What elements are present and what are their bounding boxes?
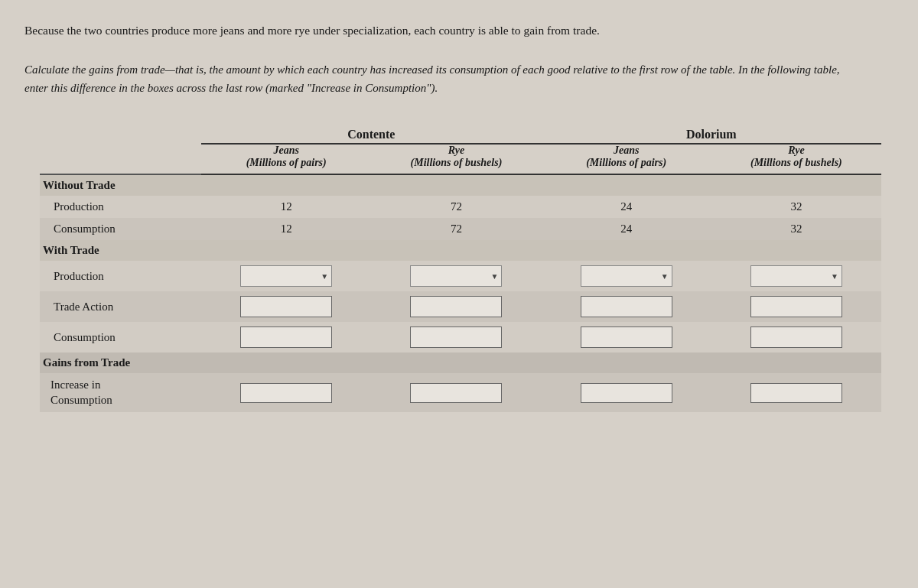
- increase-in-consumption-label: Increase in Consumption: [40, 373, 201, 412]
- contente-wt-cons-jeans-input[interactable]: [240, 326, 332, 348]
- contente-prod-jeans: 12: [201, 196, 371, 218]
- contente-inc-jeans-input[interactable]: [240, 383, 332, 403]
- dolorium-inc-rye-cell: [711, 373, 881, 412]
- dolorium-rye-header: Rye (Millions of bushels): [711, 144, 881, 174]
- dolorium-wt-cons-jeans-input[interactable]: [581, 326, 672, 348]
- intro-paragraph: Because the two countries produce more j…: [24, 21, 866, 39]
- increase-in-consumption-row: Increase in Consumption: [40, 373, 881, 412]
- contente-inc-jeans-cell: [201, 373, 371, 412]
- consumption-row: Consumption 12 72 24 32: [40, 218, 881, 240]
- dolorium-cons-jeans: 24: [542, 218, 711, 240]
- contente-wt-prod-rye-dropdown[interactable]: ▼: [410, 265, 502, 287]
- gains-from-trade-row: Gains from Trade: [40, 352, 881, 373]
- contente-cons-rye: 72: [371, 218, 541, 240]
- contente-wt-prod-jeans-cell: ▼: [201, 261, 371, 291]
- dolorium-prod-rye: 32: [711, 196, 881, 218]
- trade-table: Contente Dolorium Jeans (Millions of pai…: [40, 125, 881, 412]
- trade-action-label: Trade Action: [40, 291, 201, 322]
- contente-cons-jeans: 12: [201, 218, 371, 240]
- dolorium-wt-prod-rye-dropdown[interactable]: ▼: [750, 265, 842, 287]
- production-row: Production 12 72 24 32: [40, 196, 881, 218]
- contente-ta-jeans-input[interactable]: [240, 296, 332, 317]
- table-container: Contente Dolorium Jeans (Millions of pai…: [40, 125, 881, 412]
- contente-inc-rye-input[interactable]: [410, 383, 502, 403]
- consumption-label: Consumption: [40, 218, 201, 240]
- dropdown-arrow-2: ▼: [491, 272, 499, 281]
- dolorium-cons-rye: 32: [711, 218, 881, 240]
- dolorium-ta-jeans-input[interactable]: [581, 296, 672, 317]
- dolorium-wt-cons-rye-cell: [711, 322, 881, 352]
- contente-wt-prod-rye-cell: ▼: [371, 261, 541, 291]
- contente-wt-cons-jeans-cell: [201, 322, 371, 352]
- dolorium-wt-cons-rye-input[interactable]: [750, 326, 842, 348]
- dolorium-wt-cons-jeans-cell: [542, 322, 711, 352]
- calculate-paragraph: Calculate the gains from trade—that is, …: [24, 60, 866, 97]
- without-trade-row: Without Trade: [40, 174, 881, 196]
- dolorium-inc-jeans-input[interactable]: [581, 383, 672, 403]
- contente-header: Contente: [201, 125, 541, 144]
- contente-ta-rye-cell: [371, 291, 541, 322]
- dolorium-header: Dolorium: [542, 125, 881, 144]
- contente-wt-prod-jeans-dropdown[interactable]: ▼: [240, 265, 332, 287]
- with-trade-production-row: Production ▼ ▼ ▼: [40, 261, 881, 291]
- contente-wt-cons-rye-cell: [371, 322, 541, 352]
- dolorium-wt-prod-rye-cell: ▼: [711, 261, 881, 291]
- dolorium-ta-rye-cell: [711, 291, 881, 322]
- contente-jeans-header: Jeans (Millions of pairs): [201, 144, 371, 174]
- dolorium-wt-prod-jeans-dropdown[interactable]: ▼: [581, 265, 672, 287]
- dolorium-inc-rye-input[interactable]: [750, 383, 842, 403]
- contente-rye-header: Rye (Millions of bushels): [371, 144, 541, 174]
- with-trade-label: With Trade: [40, 240, 201, 261]
- contente-wt-cons-rye-input[interactable]: [410, 326, 502, 348]
- dolorium-ta-rye-input[interactable]: [750, 296, 842, 317]
- with-trade-production-label: Production: [40, 261, 201, 291]
- dolorium-jeans-header: Jeans (Millions of pairs): [542, 144, 711, 174]
- dropdown-arrow-3: ▼: [661, 272, 669, 281]
- trade-consumption-label: Consumption: [40, 322, 201, 352]
- gains-from-trade-label: Gains from Trade: [40, 352, 201, 373]
- contente-prod-rye: 72: [371, 196, 541, 218]
- trade-action-row: Trade Action: [40, 291, 881, 322]
- production-label: Production: [40, 196, 201, 218]
- column-header-row: Jeans (Millions of pairs) Rye (Millions …: [40, 144, 881, 174]
- contente-ta-jeans-cell: [201, 291, 371, 322]
- dropdown-arrow-4: ▼: [831, 272, 838, 281]
- dropdown-arrow-1: ▼: [321, 272, 328, 281]
- without-trade-label: Without Trade: [40, 174, 201, 196]
- dolorium-wt-prod-jeans-cell: ▼: [542, 261, 711, 291]
- country-header-row: Contente Dolorium: [40, 125, 881, 144]
- contente-ta-rye-input[interactable]: [410, 296, 502, 317]
- with-trade-row: With Trade: [40, 240, 881, 261]
- contente-inc-rye-cell: [371, 373, 541, 412]
- trade-consumption-row: Consumption: [40, 322, 881, 352]
- dolorium-prod-jeans: 24: [542, 196, 711, 218]
- dolorium-ta-jeans-cell: [542, 291, 711, 322]
- dolorium-inc-jeans-cell: [542, 373, 711, 412]
